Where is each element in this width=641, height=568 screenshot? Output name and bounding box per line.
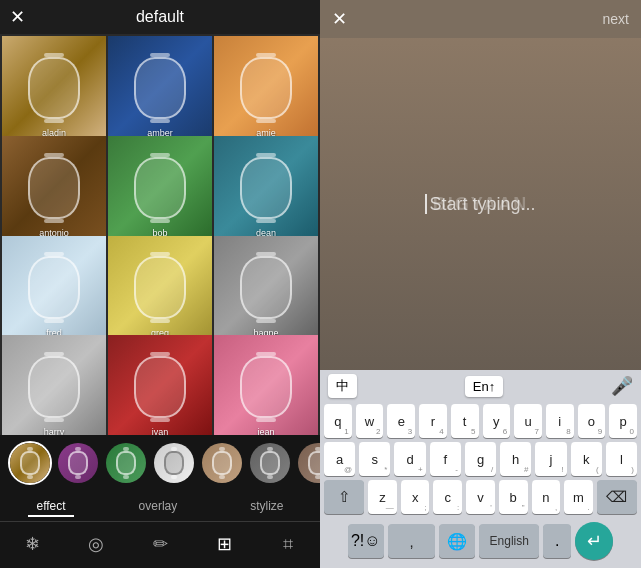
emoji-button[interactable]: ?!☺: [348, 524, 384, 558]
chinese-label: 中: [336, 377, 349, 395]
filter-item-hagne[interactable]: hagne: [214, 236, 318, 340]
left-header: ✕ default: [0, 0, 320, 34]
english-input-button[interactable]: En↑: [465, 376, 503, 397]
enter-key[interactable]: ↵: [575, 522, 613, 560]
bottom-icons-row: ❄ ◎ ✏ ⊞ ⌗: [0, 521, 320, 568]
key-i[interactable]: i8: [546, 404, 574, 438]
key-n[interactable]: n,: [532, 480, 561, 514]
pencil-icon[interactable]: ✏: [144, 528, 176, 560]
key-a[interactable]: a@: [324, 442, 355, 476]
filter-item-antonio[interactable]: antonio: [2, 136, 106, 240]
period-key[interactable]: .: [543, 524, 571, 558]
english-label: En↑: [473, 379, 495, 394]
tab-effect[interactable]: effect: [28, 497, 73, 517]
filter-grid: aladin amber amie antonio bob dean fred: [0, 34, 320, 435]
thumb-effect-1[interactable]: [8, 441, 52, 485]
chinese-input-button[interactable]: 中: [328, 374, 357, 398]
tab-overlay[interactable]: overlay: [131, 497, 186, 517]
circle-icon[interactable]: ◎: [80, 528, 112, 560]
key-y[interactable]: y6: [483, 404, 511, 438]
close-button-right[interactable]: ✕: [332, 8, 347, 30]
key-k[interactable]: k(: [571, 442, 602, 476]
key-g[interactable]: g/: [465, 442, 496, 476]
key-q[interactable]: q1: [324, 404, 352, 438]
keyboard-row-1: a@s*d+f-g/h#j!k(l): [324, 442, 637, 476]
crop-icon[interactable]: ⌗: [272, 528, 304, 560]
key-b[interactable]: b": [499, 480, 528, 514]
left-panel: ✕ default aladin amber amie antonio bob …: [0, 0, 320, 568]
key-x[interactable]: x;: [401, 480, 430, 514]
keyboard: 中 En↑ 🎤 q1w2e3r4t5y6u7i8o9p0a@s*d+f-g/h#…: [320, 370, 641, 568]
snowflake-icon[interactable]: ❄: [16, 528, 48, 560]
filter-label-ivan: ivan: [108, 427, 212, 435]
key-c[interactable]: c:: [433, 480, 462, 514]
filter-title: default: [136, 8, 184, 26]
keyboard-rows: q1w2e3r4t5y6u7i8o9p0a@s*d+f-g/h#j!k(l)⇧z…: [320, 402, 641, 522]
key-l[interactable]: l): [606, 442, 637, 476]
thumb-effect-2[interactable]: [56, 441, 100, 485]
filter-mode-tabs: effect overlay stylize: [0, 491, 320, 521]
filter-item-amber[interactable]: amber: [108, 36, 212, 140]
key-t[interactable]: t5: [451, 404, 479, 438]
key-u[interactable]: u7: [514, 404, 542, 438]
filter-label-jean: jean: [214, 427, 318, 435]
key-f[interactable]: f-: [430, 442, 461, 476]
filter-item-ivan[interactable]: ivan: [108, 335, 212, 435]
text-cursor: [425, 194, 427, 214]
thumb-effect-6[interactable]: [248, 441, 292, 485]
key-m[interactable]: m.: [564, 480, 593, 514]
key-v[interactable]: v': [466, 480, 495, 514]
keyboard-bottom-row: ?!☺ , 🌐 English . ↵: [320, 522, 641, 566]
filter-item-bob[interactable]: bob: [108, 136, 212, 240]
placeholder-text: Start typing...: [429, 194, 535, 215]
thumb-effect-3[interactable]: [104, 441, 148, 485]
key-o[interactable]: o9: [578, 404, 606, 438]
key-z[interactable]: z—: [368, 480, 397, 514]
filter-item-fred[interactable]: fred: [2, 236, 106, 340]
tab-stylize[interactable]: stylize: [242, 497, 291, 517]
thumb-effect-5[interactable]: [200, 441, 244, 485]
keyboard-row-2: ⇧z—x;c:v'b"n,m.⌫: [324, 480, 637, 514]
text-canvas[interactable]: BIGYAAN Start typing...: [320, 38, 641, 370]
key-special[interactable]: ⌫: [597, 480, 637, 514]
thumb-effect-7[interactable]: [296, 441, 320, 485]
filter-item-dean[interactable]: dean: [214, 136, 318, 240]
key-special[interactable]: ⇧: [324, 480, 364, 514]
filter-label-harry: harry: [2, 427, 106, 435]
close-button-left[interactable]: ✕: [10, 6, 25, 28]
key-d[interactable]: d+: [394, 442, 425, 476]
keyboard-row-0: q1w2e3r4t5y6u7i8o9p0: [324, 404, 637, 438]
language-label-button[interactable]: English: [479, 524, 539, 558]
key-e[interactable]: e3: [387, 404, 415, 438]
layers-icon[interactable]: ⊞: [208, 528, 240, 560]
thumbnail-row: [0, 435, 320, 491]
key-w[interactable]: w2: [356, 404, 384, 438]
filter-item-jean[interactable]: jean: [214, 335, 318, 435]
filter-item-amie[interactable]: amie: [214, 36, 318, 140]
filter-item-aladin[interactable]: aladin: [2, 36, 106, 140]
next-button[interactable]: next: [603, 11, 629, 27]
filter-item-harry[interactable]: harry: [2, 335, 106, 435]
right-header: ✕ next: [320, 0, 641, 38]
key-h[interactable]: h#: [500, 442, 531, 476]
comma-key[interactable]: ,: [388, 524, 436, 558]
key-j[interactable]: j!: [535, 442, 566, 476]
globe-button[interactable]: 🌐: [439, 524, 475, 558]
start-typing-placeholder: Start typing...: [425, 194, 535, 215]
bottom-bar-left: effect overlay stylize ❄ ◎ ✏ ⊞ ⌗: [0, 435, 320, 568]
key-r[interactable]: r4: [419, 404, 447, 438]
thumb-effect-4[interactable]: [152, 441, 196, 485]
enter-icon: ↵: [587, 530, 602, 552]
mic-icon: 🎤: [611, 376, 633, 396]
keyboard-top-bar: 中 En↑ 🎤: [320, 370, 641, 402]
right-panel: ✕ next BIGYAAN Start typing... 中 En↑ 🎤 q…: [320, 0, 641, 568]
key-s[interactable]: s*: [359, 442, 390, 476]
filter-item-greg[interactable]: greg: [108, 236, 212, 340]
mic-button[interactable]: 🎤: [611, 375, 633, 397]
key-p[interactable]: p0: [609, 404, 637, 438]
